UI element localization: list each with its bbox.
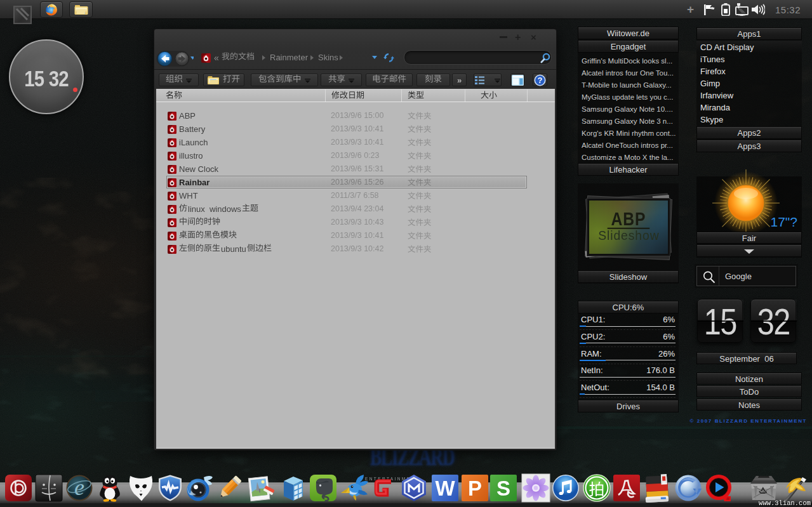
svg-text:?: ? <box>538 76 543 84</box>
svg-text:e: e <box>74 475 84 500</box>
svg-text:W: W <box>435 477 455 500</box>
svg-text:P: P <box>468 477 482 500</box>
svg-text:S: S <box>496 477 510 500</box>
